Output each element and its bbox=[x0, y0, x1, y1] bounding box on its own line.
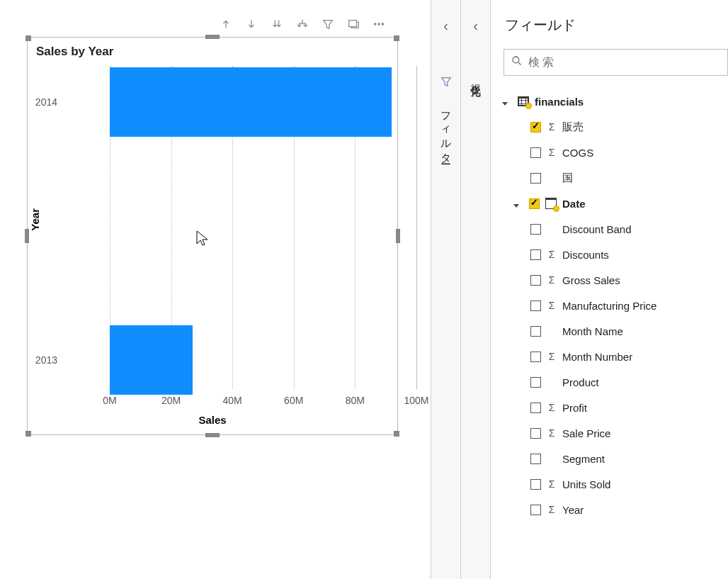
y-tick: 2013 bbox=[35, 354, 57, 366]
resize-handle[interactable] bbox=[25, 35, 31, 41]
x-tick: 100M bbox=[404, 395, 428, 406]
filters-pane-label: フィルター bbox=[439, 105, 453, 160]
expand-next-level-icon[interactable] bbox=[296, 18, 309, 30]
report-canvas[interactable]: Sales by Year Year Sales 0M 20M 40M 60M … bbox=[0, 0, 431, 579]
sigma-icon: Σ bbox=[547, 351, 557, 362]
visualizations-pane-label: 視覚化 bbox=[469, 75, 482, 79]
x-tick: 20M bbox=[161, 395, 181, 406]
field-row-month-name[interactable]: Month Name bbox=[491, 318, 728, 344]
field-row-year[interactable]: Σ Year bbox=[491, 497, 728, 522]
visual-action-bar bbox=[27, 14, 398, 34]
field-row-discount-band[interactable]: Discount Band bbox=[491, 216, 728, 242]
visualizations-pane-collapsed[interactable]: 視覚化 bbox=[460, 0, 490, 579]
field-checkbox[interactable] bbox=[530, 224, 541, 235]
field-checkbox[interactable] bbox=[530, 173, 541, 184]
resize-handle[interactable] bbox=[205, 35, 220, 39]
more-options-icon[interactable] bbox=[372, 18, 385, 30]
x-tick: 40M bbox=[223, 395, 242, 406]
field-checkbox[interactable] bbox=[530, 454, 541, 464]
resize-handle[interactable] bbox=[25, 229, 29, 243]
resize-handle[interactable] bbox=[394, 35, 399, 41]
field-label: Units Sold bbox=[562, 478, 728, 490]
field-row-cogs[interactable]: Σ COGS bbox=[491, 140, 728, 165]
field-row-product[interactable]: Product bbox=[491, 369, 728, 395]
sigma-icon: Σ bbox=[547, 274, 557, 286]
fields-search-input[interactable] bbox=[528, 56, 720, 69]
table-icon bbox=[518, 96, 529, 106]
app-root: Sales by Year Year Sales 0M 20M 40M 60M … bbox=[0, 0, 728, 579]
field-label: 販売 bbox=[562, 120, 728, 134]
field-checkbox[interactable] bbox=[530, 352, 541, 362]
resize-handle[interactable] bbox=[205, 433, 220, 437]
field-row-date[interactable]: Date bbox=[491, 191, 728, 216]
bar-chart-visual[interactable]: Sales by Year Year Sales 0M 20M 40M 60M … bbox=[27, 37, 398, 435]
svg-point-1 bbox=[374, 23, 375, 25]
fields-pane-title: フィールド bbox=[491, 16, 728, 49]
field-label: Month Name bbox=[562, 325, 728, 337]
plot-area: 0M 20M 40M 60M 80M 100M 2014 2013 bbox=[70, 66, 385, 389]
chevron-down-icon[interactable] bbox=[502, 96, 512, 108]
bar-2013[interactable] bbox=[110, 325, 193, 395]
field-checkbox[interactable] bbox=[530, 275, 541, 286]
field-checkbox[interactable] bbox=[529, 198, 540, 209]
field-row-gross-sales[interactable]: Σ Gross Sales bbox=[491, 267, 728, 293]
sigma-icon: Σ bbox=[547, 121, 557, 133]
field-row-sales[interactable]: Σ 販売 bbox=[491, 114, 728, 140]
bar-2014[interactable] bbox=[110, 67, 392, 137]
sigma-icon: Σ bbox=[547, 504, 557, 515]
x-tick: 60M bbox=[284, 395, 303, 406]
field-checkbox[interactable] bbox=[530, 377, 541, 388]
chevron-left-icon[interactable] bbox=[439, 18, 453, 33]
field-label: Profit bbox=[562, 402, 728, 414]
filter-icon[interactable] bbox=[322, 18, 334, 30]
sigma-icon: Σ bbox=[547, 147, 557, 158]
fields-tree: financials Σ 販売 Σ COGS 国 Date bbox=[491, 89, 728, 522]
field-checkbox[interactable] bbox=[530, 326, 541, 337]
field-row-mfg-price[interactable]: Σ Manufacturing Price bbox=[491, 293, 728, 318]
field-row-sale-price[interactable]: Σ Sale Price bbox=[491, 420, 728, 446]
resize-handle[interactable] bbox=[394, 431, 399, 437]
field-checkbox[interactable] bbox=[530, 249, 541, 260]
table-node-financials[interactable]: financials bbox=[491, 89, 728, 114]
chart-title: Sales by Year bbox=[28, 38, 397, 62]
field-label: Date bbox=[562, 198, 728, 210]
field-row-segment[interactable]: Segment bbox=[491, 446, 728, 471]
sigma-icon: Σ bbox=[547, 402, 557, 413]
sigma-icon: Σ bbox=[547, 478, 557, 490]
field-checkbox[interactable] bbox=[530, 300, 541, 311]
table-label: financials bbox=[535, 96, 728, 108]
field-label: 国 bbox=[562, 172, 728, 185]
x-tick: 80M bbox=[346, 395, 365, 406]
field-checkbox[interactable] bbox=[530, 479, 541, 490]
field-row-month-number[interactable]: Σ Month Number bbox=[491, 344, 728, 369]
gridline bbox=[416, 66, 417, 389]
search-icon bbox=[511, 55, 523, 69]
field-label: Discount Band bbox=[562, 223, 728, 235]
focus-mode-icon[interactable] bbox=[347, 18, 360, 30]
y-axis-label: Year bbox=[29, 208, 41, 231]
filter-icon bbox=[440, 75, 453, 88]
chevron-left-icon[interactable] bbox=[469, 18, 483, 33]
field-row-profit[interactable]: Σ Profit bbox=[491, 395, 728, 420]
svg-point-2 bbox=[378, 23, 380, 25]
chevron-down-icon[interactable] bbox=[513, 198, 523, 210]
field-row-units-sold[interactable]: Σ Units Sold bbox=[491, 471, 728, 497]
expand-all-down-icon[interactable] bbox=[271, 18, 283, 30]
sigma-icon: Σ bbox=[547, 427, 557, 439]
filters-pane-collapsed[interactable]: フィルター bbox=[431, 0, 460, 579]
resize-handle[interactable] bbox=[25, 431, 31, 437]
y-tick: 2014 bbox=[35, 96, 57, 108]
field-checkbox[interactable] bbox=[530, 122, 541, 133]
field-checkbox[interactable] bbox=[530, 505, 541, 515]
field-checkbox[interactable] bbox=[530, 403, 541, 413]
fields-search[interactable] bbox=[504, 49, 728, 76]
field-label: Manufacturing Price bbox=[562, 300, 728, 312]
drill-up-icon[interactable] bbox=[220, 18, 232, 30]
field-row-country[interactable]: 国 bbox=[491, 165, 728, 191]
drill-down-icon[interactable] bbox=[245, 18, 258, 30]
field-checkbox[interactable] bbox=[530, 428, 541, 439]
resize-handle[interactable] bbox=[396, 229, 400, 243]
field-row-discounts[interactable]: Σ Discounts bbox=[491, 242, 728, 267]
field-checkbox[interactable] bbox=[530, 147, 541, 158]
sigma-icon: Σ bbox=[547, 249, 557, 260]
